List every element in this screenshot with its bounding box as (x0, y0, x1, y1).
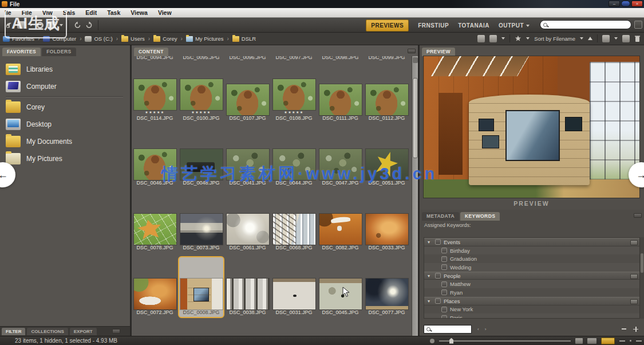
keyword-group-events[interactable]: ▾Events (424, 238, 639, 246)
tab-favorites[interactable]: FAVORITES (2, 48, 41, 56)
breadcrumb-item[interactable]: DSLR (232, 36, 256, 42)
sort-by-label[interactable]: Sort by Filename (534, 36, 575, 42)
keyword-checkbox[interactable] (441, 256, 447, 262)
keyword-checkbox[interactable] (441, 264, 447, 270)
star-rating[interactable]: ★★★★★ (284, 110, 303, 115)
maximize-button[interactable] (621, 1, 630, 7)
thumbnail-cell[interactable]: DSC_0061.JPG (224, 188, 271, 253)
minimize-button[interactable]: – (609, 1, 620, 7)
thumbnail-cell[interactable]: DSC_0077.JPG (364, 253, 410, 317)
keyword-item-wedding[interactable]: Wedding (424, 263, 639, 272)
menu-item-task[interactable]: Task (107, 9, 120, 16)
photo-thumbnail[interactable] (319, 279, 362, 309)
tab-folders[interactable]: FOLDERS (42, 48, 76, 56)
keyword-checkbox[interactable] (441, 289, 447, 295)
photo-thumbnail[interactable] (134, 279, 176, 309)
view-list-icon[interactable] (636, 340, 642, 342)
content-scrollbar[interactable] (412, 56, 418, 336)
search-options-button[interactable] (634, 21, 642, 29)
tab-content[interactable]: CONTENT (134, 48, 168, 56)
keyword-checkbox[interactable] (441, 307, 447, 312)
photo-thumbnail[interactable] (366, 279, 408, 309)
new-keyword-icon[interactable] (633, 327, 638, 332)
photo-thumbnail[interactable] (366, 214, 408, 245)
panel-menu-icon[interactable] (408, 49, 416, 53)
photo-thumbnail[interactable] (366, 84, 408, 115)
photo-thumbnail[interactable] (227, 84, 269, 115)
sidebar-item-corey[interactable]: Corey (6, 99, 130, 116)
thumbnail-cell[interactable]: DSC_0073.JPG (178, 188, 224, 253)
scrollbar-thumb[interactable] (413, 78, 418, 158)
thumbnail-cell[interactable]: DSC_0112.JPG (364, 61, 410, 123)
menu-item-edit[interactable]: Edit (85, 9, 97, 16)
thumbnail-cell[interactable]: DSC_0068.JPG (271, 188, 317, 253)
grid-lock-icon[interactable] (587, 338, 596, 344)
dropdown-caret-icon[interactable] (614, 37, 618, 40)
photo-thumbnail[interactable] (134, 214, 176, 245)
search-input[interactable] (549, 22, 618, 28)
thumbnail-cell[interactable]: DSC_0033.JPG (364, 188, 410, 253)
thumbnail-cell[interactable]: DSC_0107.JPG (224, 61, 271, 123)
filter-star-icon[interactable] (515, 35, 521, 42)
prev-result-icon[interactable]: ‹ (477, 327, 479, 332)
delete-keyword-icon[interactable] (622, 328, 626, 330)
keyword-checkbox[interactable] (441, 281, 447, 287)
rotate-left-icon[interactable] (74, 21, 81, 29)
photo-thumbnail[interactable] (180, 214, 223, 245)
keyword-item-birthday[interactable]: Birthday (424, 246, 639, 255)
open-folder-icon[interactable] (602, 35, 610, 42)
thumbnail-cell[interactable]: ★★★★★DSC_0114.JPG (132, 61, 178, 123)
search-box[interactable] (540, 20, 631, 29)
photo-thumbnail[interactable] (227, 279, 269, 309)
group-badge-icon[interactable] (630, 240, 638, 245)
star-rating[interactable]: ★★★★★ (145, 110, 164, 115)
keyword-item-new-york[interactable]: New York (424, 305, 639, 314)
keyword-checkbox[interactable] (435, 298, 441, 304)
expander-icon[interactable]: ▾ (428, 240, 432, 245)
breadcrumb-item[interactable]: Users (121, 36, 145, 42)
group-badge-icon[interactable] (630, 274, 638, 279)
panel-menu-icon[interactable] (634, 213, 642, 218)
photo-thumbnail[interactable] (227, 214, 269, 245)
slider-thumb[interactable] (449, 338, 453, 344)
menu-item-viewa[interactable]: Viewa (131, 9, 148, 16)
photo-thumbnail[interactable] (273, 214, 315, 245)
tab-filter[interactable]: FILTER (2, 328, 25, 335)
menu-item-view[interactable]: View (158, 9, 172, 16)
thumbnail-cell[interactable]: DSC_0078.JPG (132, 188, 178, 253)
view-details-icon[interactable] (619, 340, 625, 342)
breadcrumb-item[interactable]: OS (C:) (85, 36, 112, 42)
photo-thumbnail[interactable] (180, 279, 223, 309)
sort-ascending-icon[interactable] (588, 37, 592, 40)
keywords-scrollbar[interactable] (640, 237, 644, 319)
thumbnail-cell[interactable]: DSC_0082.JPG (317, 188, 364, 253)
preview-image[interactable] (424, 56, 639, 198)
thumbnail-cell[interactable]: DSC_0031.JPG (271, 253, 317, 317)
keyword-group-places[interactable]: ▾Places (424, 297, 639, 305)
group-badge-icon[interactable] (630, 299, 638, 304)
tab-collections[interactable]: COLLECTIONS (27, 328, 68, 335)
keyword-checkbox[interactable] (435, 273, 441, 279)
thumbnail-cell[interactable]: ★★★★★DSC_0100.JPG (178, 61, 224, 123)
keyword-group-people[interactable]: ▾People (424, 272, 639, 280)
thumbnail-size-slider[interactable] (439, 340, 571, 342)
workspace-button-output[interactable]: OUTPUT (499, 22, 530, 29)
keyword-checkbox[interactable] (441, 315, 447, 319)
keyword-item-ryan[interactable]: Ryan (424, 288, 639, 297)
sidebar-item-libraries[interactable]: Libraries (6, 61, 130, 78)
sidebar-item-computer[interactable]: Computer (6, 78, 130, 95)
thumbnail-cell[interactable]: DSC_0072.JPG (132, 253, 178, 317)
panel-menu-icon[interactable] (112, 329, 120, 334)
thumbnail-cell[interactable]: ★★★★★DSC_0108.JPG (271, 61, 317, 123)
view-dot-icon[interactable] (630, 340, 631, 342)
photo-thumbnail[interactable] (319, 84, 362, 115)
thumbnail-cell[interactable]: DSC_0038.JPG (224, 253, 271, 317)
keyword-item-paris[interactable]: Paris (424, 313, 639, 319)
sidebar-item-desktop[interactable]: Desktop (6, 116, 130, 133)
expander-icon[interactable]: ▾ (428, 299, 432, 304)
photo-thumbnail[interactable] (134, 79, 176, 110)
tab-export[interactable]: EXPORT (70, 328, 97, 335)
sidebar-item-my-documents[interactable]: My Documents (6, 133, 130, 150)
keyword-checkbox[interactable] (441, 248, 447, 253)
rotate-right-icon[interactable] (85, 21, 93, 29)
